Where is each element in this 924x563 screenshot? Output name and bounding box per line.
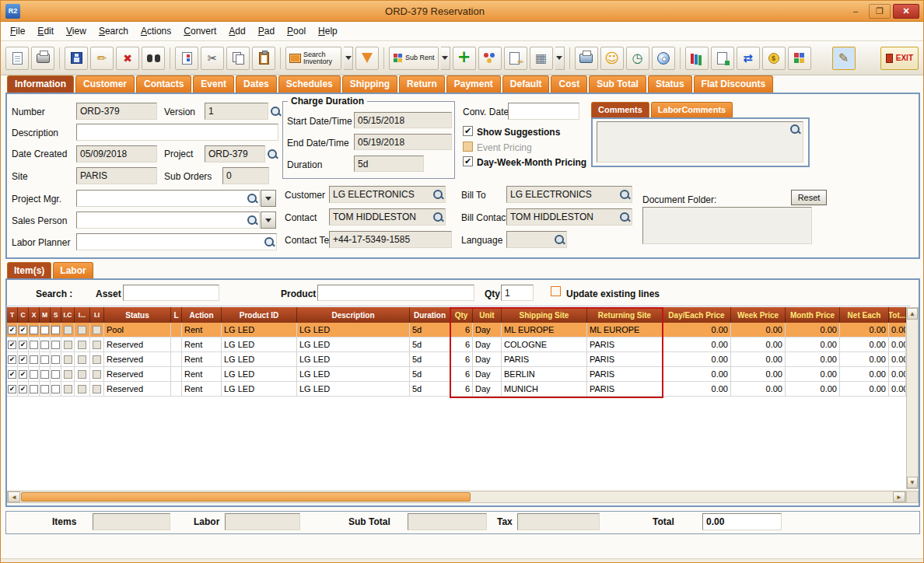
checkbox-cell[interactable] — [40, 337, 51, 351]
cell-product_id[interactable]: LG LED — [222, 367, 297, 381]
cell-duration[interactable]: 5d — [410, 367, 450, 381]
row-checkbox[interactable] — [19, 370, 27, 379]
cell-net_each[interactable]: 0.00 — [840, 382, 889, 396]
date-created-field[interactable]: 05/09/2018 — [76, 145, 157, 163]
checkbox-cell[interactable] — [40, 323, 51, 337]
cell-shipping_site[interactable]: ML EUROPE — [502, 323, 587, 337]
sync-button[interactable] — [737, 47, 760, 70]
minimize-button[interactable]: – — [845, 4, 866, 19]
row-checkbox[interactable] — [30, 385, 38, 393]
project-mgr-dropdown[interactable] — [261, 190, 276, 207]
cell-qty[interactable]: 6 — [450, 337, 473, 351]
cell-description[interactable]: LG LED — [297, 382, 410, 396]
row-checkbox[interactable] — [40, 341, 49, 349]
sales-person-field[interactable] — [76, 212, 260, 229]
add-line-button[interactable] — [453, 47, 476, 70]
checkbox-cell[interactable] — [51, 367, 61, 381]
cell-description[interactable]: LG LED — [297, 323, 410, 337]
column-header[interactable]: L — [171, 307, 182, 323]
paste-button[interactable] — [252, 47, 275, 70]
menu-pad[interactable]: Pad — [258, 26, 275, 37]
cell-unit[interactable]: Day — [473, 323, 502, 337]
contact-field[interactable]: TOM HIDDLESTON — [329, 208, 446, 226]
tab-contacts[interactable]: Contacts — [136, 75, 191, 93]
cell-week_price[interactable]: 0.00 — [731, 337, 786, 351]
tab-event[interactable]: Event — [193, 75, 234, 93]
tab-dates[interactable]: Dates — [236, 75, 277, 93]
cell-status[interactable]: Reserved — [104, 337, 171, 351]
column-header[interactable]: I.I — [90, 307, 104, 323]
checkbox-cell[interactable] — [29, 323, 40, 337]
cell-qty[interactable]: 6 — [450, 323, 473, 337]
row-checkbox[interactable] — [78, 385, 86, 393]
checkbox-cell[interactable] — [29, 382, 40, 396]
cell-l[interactable] — [171, 323, 182, 337]
scroll-up-button[interactable]: ▲ — [907, 308, 918, 320]
row-checkbox[interactable] — [64, 326, 72, 334]
pricing-button[interactable] — [762, 47, 786, 70]
menu-pool[interactable]: Pool — [287, 26, 306, 37]
row-checkbox[interactable] — [8, 385, 16, 393]
checkbox-cell[interactable] — [61, 367, 75, 381]
cell-l[interactable] — [171, 352, 182, 366]
menu-add[interactable]: Add — [229, 26, 245, 37]
tab-customer[interactable]: Customer — [75, 75, 135, 93]
column-header[interactable]: M — [40, 307, 51, 323]
row-checkbox[interactable] — [40, 326, 49, 334]
tab-labor[interactable]: Labor — [53, 262, 93, 278]
checkbox-cell[interactable] — [7, 352, 18, 366]
table-row[interactable]: ReservedRentLG LEDLG LED5d6DayMUNICHPARI… — [7, 382, 906, 397]
cell-net_each[interactable]: 0.00 — [840, 352, 889, 366]
column-header[interactable]: Status — [104, 307, 171, 323]
description-field[interactable] — [76, 124, 278, 141]
version-search-icon[interactable] — [270, 106, 282, 117]
cell-day_each_price[interactable]: 0.00 — [663, 367, 731, 381]
cell-action[interactable]: Rent — [182, 367, 222, 381]
cell-l[interactable] — [171, 337, 182, 351]
sub-rent-dropdown[interactable] — [441, 47, 450, 70]
cell-duration[interactable]: 5d — [410, 323, 450, 337]
checkbox-cell[interactable] — [61, 382, 75, 396]
column-header[interactable]: Description — [297, 307, 410, 323]
cut-button[interactable] — [201, 47, 224, 70]
cell-month_price[interactable]: 0.00 — [786, 337, 840, 351]
menu-actions[interactable]: Actions — [141, 26, 171, 37]
cell-product_id[interactable]: LG LED — [222, 352, 297, 366]
row-checkbox[interactable] — [30, 355, 38, 364]
cell-l[interactable] — [171, 367, 182, 381]
cell-tot[interactable]: 0.00 — [889, 352, 906, 366]
edit-button[interactable] — [90, 47, 114, 70]
tab-payment[interactable]: Payment — [446, 75, 501, 93]
cell-tot[interactable]: 0.00 — [889, 367, 906, 381]
sub-rent-button[interactable]: Sub Rent — [389, 47, 439, 70]
cell-net_each[interactable]: 0.00 — [840, 337, 889, 351]
cell-day_each_price[interactable]: 0.00 — [663, 337, 731, 351]
menu-file[interactable]: File — [10, 26, 25, 37]
update-existing-lines-checkbox[interactable] — [551, 286, 561, 296]
column-header[interactable]: I.C — [61, 307, 75, 323]
checkbox-cell[interactable] — [90, 337, 104, 351]
catalog-button[interactable] — [685, 47, 709, 70]
column-header[interactable]: Qty — [450, 307, 473, 323]
checkbox-cell[interactable] — [75, 367, 90, 381]
checkbox-cell[interactable] — [90, 352, 104, 366]
tab-status[interactable]: Status — [648, 75, 692, 93]
checkbox-cell[interactable] — [40, 367, 51, 381]
table-row[interactable]: PoolRentLG LEDLG LED5d6DayML EUROPEML EU… — [7, 323, 906, 337]
row-checkbox[interactable] — [40, 370, 49, 379]
row-checkbox[interactable] — [51, 355, 60, 364]
cell-product_id[interactable]: LG LED — [222, 323, 297, 337]
pool-button[interactable] — [478, 47, 502, 70]
column-header[interactable]: Tot... — [889, 307, 906, 323]
row-checkbox[interactable] — [8, 355, 16, 364]
cell-shipping_site[interactable]: BERLIN — [502, 367, 587, 381]
print-button[interactable] — [31, 47, 54, 70]
cell-qty[interactable]: 6 — [450, 382, 473, 396]
checkbox-cell[interactable] — [18, 367, 29, 381]
project-mgr-field[interactable] — [76, 190, 260, 207]
checkbox-cell[interactable] — [40, 352, 51, 366]
comments-field[interactable] — [597, 121, 803, 163]
row-checkbox[interactable] — [78, 355, 86, 364]
customer-search-icon[interactable] — [432, 189, 444, 201]
checkbox-cell[interactable] — [7, 337, 18, 351]
